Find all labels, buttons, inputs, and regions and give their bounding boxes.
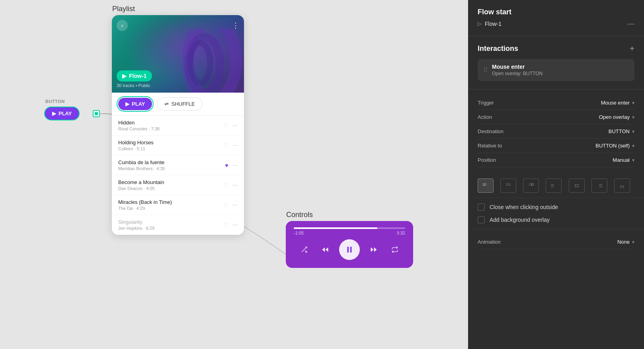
destination-label: Destination	[478, 128, 503, 134]
connector-inner	[95, 112, 98, 115]
track-actions: ♡ ···	[223, 182, 238, 189]
track-more-icon[interactable]: ···	[232, 162, 238, 169]
checkbox-section: Close when clicking outside Add backgrou…	[468, 198, 644, 229]
heart-icon[interactable]: ♡	[223, 222, 228, 228]
action-dropdown[interactable]: Open overlay ▾	[599, 114, 634, 120]
position-center-left-button[interactable]	[546, 178, 562, 193]
track-more-icon[interactable]: ···	[232, 221, 238, 229]
relative-to-chevron-icon: ▾	[632, 143, 634, 149]
track-info: Hidden Rival Consoles · 7:38	[118, 120, 223, 131]
track-actions: ♡ ···	[223, 122, 238, 129]
flow-tag-play-icon: ▶	[122, 73, 127, 79]
phone-play-text: PLAY	[132, 101, 145, 107]
repeat-button[interactable]	[388, 242, 402, 257]
pause-button[interactable]	[339, 239, 360, 260]
heart-icon[interactable]: ♡	[223, 122, 228, 129]
more-button[interactable]: ⋮	[232, 21, 239, 30]
rewind-button[interactable]	[318, 242, 332, 257]
position-center-right-button[interactable]	[591, 178, 607, 193]
svg-point-2	[190, 43, 210, 83]
play-button-node[interactable]: ▶ PLAY	[44, 107, 80, 120]
phone-mock: ‹ ⋮ ▶ Flow-1 30 tracks • Public ▶ PLAY ⇌…	[112, 15, 244, 235]
add-overlay-checkbox[interactable]	[478, 216, 485, 223]
progress-bar-bg[interactable]	[294, 227, 405, 229]
position-dropdown[interactable]: Manual ▾	[613, 157, 634, 163]
track-info: Become a Mountain Dan Deacon · 4:05	[118, 179, 223, 191]
interaction-info: Mouse enter Open overlay: BUTTON	[492, 64, 629, 76]
position-top-left-button[interactable]	[478, 178, 494, 193]
trigger-dropdown[interactable]: Mouse enter ▾	[601, 100, 634, 106]
svg-rect-4	[350, 247, 352, 253]
close-outside-label: Close when clicking outside	[490, 204, 558, 210]
button-label: BUTTON	[45, 99, 65, 104]
track-info: Singularity Jon Hopkins · 6:29	[118, 219, 223, 231]
heart-icon[interactable]: ♡	[223, 142, 228, 149]
heart-icon[interactable]: ♡	[223, 182, 228, 188]
position-label: Position	[478, 157, 496, 163]
animation-dropdown[interactable]: None ▾	[617, 239, 634, 245]
animation-value: None	[617, 239, 630, 245]
destination-value: BUTTON	[609, 128, 630, 134]
progress-bar-fill	[294, 227, 377, 229]
fast-forward-button[interactable]	[367, 242, 381, 257]
track-more-icon[interactable]: ···	[232, 122, 238, 129]
shuffle-icon: ⇌	[164, 101, 169, 107]
phone-play-button[interactable]: ▶ PLAY	[118, 98, 152, 110]
flow-start-title: Flow start	[478, 8, 634, 16]
phone-header-image: ‹ ⋮ ▶ Flow-1 30 tracks • Public	[112, 15, 244, 93]
flow-start-section: Flow start ▷ Flow-1 —	[468, 0, 644, 36]
position-top-center-button[interactable]	[500, 178, 516, 193]
transport-controls	[294, 239, 405, 260]
position-top-right-button[interactable]	[523, 178, 539, 193]
relative-to-label: Relative to	[478, 143, 502, 149]
time-elapsed: -1:05	[294, 231, 304, 235]
drag-handle-icon[interactable]: ⠿	[483, 66, 488, 74]
playlist-label: Playlist	[112, 5, 135, 13]
remove-flow-button[interactable]: —	[627, 19, 634, 28]
close-outside-checkbox[interactable]	[478, 204, 485, 211]
destination-dropdown[interactable]: BUTTON ▾	[609, 128, 634, 134]
track-meta: Jon Hopkins · 6:29	[118, 226, 223, 231]
heart-icon[interactable]: ♥	[225, 162, 228, 169]
interaction-trigger-label: Mouse enter	[492, 64, 629, 70]
track-name: Holding Horses	[118, 140, 223, 145]
close-outside-row: Close when clicking outside	[478, 204, 634, 211]
progress-times: -1:05 3:32	[294, 231, 405, 235]
svg-rect-5	[483, 183, 485, 185]
heart-icon[interactable]: ♡	[223, 202, 228, 208]
track-item: Cumbia de la fuente Meridian Brothers · …	[112, 155, 244, 175]
track-name: Cumbia de la fuente	[118, 159, 225, 165]
action-label: Action	[478, 114, 492, 120]
interaction-card[interactable]: ⠿ Mouse enter Open overlay: BUTTON	[478, 59, 634, 81]
flow-name[interactable]: Flow-1	[485, 21, 502, 27]
flow-tag-text: Flow-1	[129, 73, 146, 79]
track-name: Hidden	[118, 120, 223, 126]
shuffle-button[interactable]: ⇌ SHUFFLE	[157, 97, 202, 111]
svg-rect-7	[507, 183, 510, 185]
trigger-chevron-icon: ▾	[632, 100, 634, 106]
track-more-icon[interactable]: ···	[232, 142, 238, 149]
phone-nav: ‹ ⋮	[117, 20, 239, 31]
animation-chevron-icon: ▾	[632, 239, 634, 245]
position-bottom-button[interactable]	[614, 178, 630, 193]
back-button[interactable]: ‹	[117, 20, 128, 31]
interaction-action-label: Open overlay: BUTTON	[492, 71, 629, 76]
relative-to-row: Relative to BUTTON (self) ▾	[478, 139, 634, 153]
animation-row: Animation None ▾	[478, 235, 634, 249]
position-center-button[interactable]	[569, 178, 585, 193]
track-info: Holding Horses Colleen · 5:11	[118, 140, 223, 151]
shuffle-text: SHUFFLE	[171, 101, 195, 107]
track-more-icon[interactable]: ···	[232, 182, 238, 189]
svg-rect-10	[551, 184, 553, 187]
trigger-label: Trigger	[478, 100, 494, 106]
flow-item-left: ▷ Flow-1	[478, 21, 502, 27]
add-interaction-button[interactable]: +	[630, 44, 634, 53]
relative-to-dropdown[interactable]: BUTTON (self) ▾	[595, 143, 634, 149]
connector-node[interactable]	[93, 110, 100, 117]
shuffle-transport-button[interactable]	[297, 242, 311, 257]
flow-tag[interactable]: ▶ Flow-1	[117, 70, 152, 81]
track-more-icon[interactable]: ···	[232, 202, 238, 209]
svg-rect-12	[600, 184, 602, 187]
svg-rect-13	[621, 186, 624, 188]
track-info: Cumbia de la fuente Meridian Brothers · …	[118, 159, 225, 171]
